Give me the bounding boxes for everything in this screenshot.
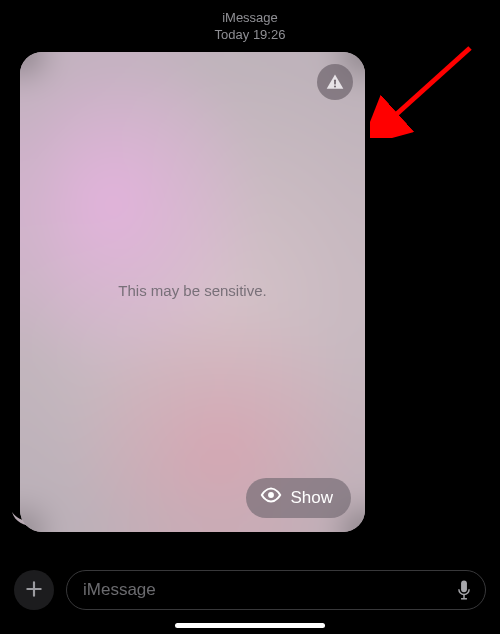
show-button-label: Show — [290, 488, 333, 508]
svg-rect-0 — [334, 79, 336, 84]
message-input-container[interactable] — [66, 570, 486, 610]
microphone-icon[interactable] — [455, 579, 473, 601]
received-message-bubble[interactable]: This may be sensitive. Show — [20, 52, 500, 532]
warning-icon[interactable] — [317, 64, 353, 100]
show-button[interactable]: Show — [246, 478, 351, 518]
timestamp-label: Today 19:26 — [0, 27, 500, 44]
home-indicator[interactable] — [175, 623, 325, 628]
svg-rect-3 — [461, 580, 467, 592]
chat-timestamp-header: iMessage Today 19:26 — [0, 0, 500, 52]
add-button[interactable] — [14, 570, 54, 610]
sensitive-content-label: This may be sensitive. — [20, 282, 365, 299]
svg-point-1 — [334, 85, 336, 87]
message-list: This may be sensitive. Show — [0, 52, 500, 560]
eye-icon — [260, 484, 282, 511]
plus-icon — [24, 579, 44, 602]
service-label: iMessage — [0, 10, 500, 27]
svg-point-2 — [269, 492, 275, 498]
message-input[interactable] — [83, 580, 455, 600]
